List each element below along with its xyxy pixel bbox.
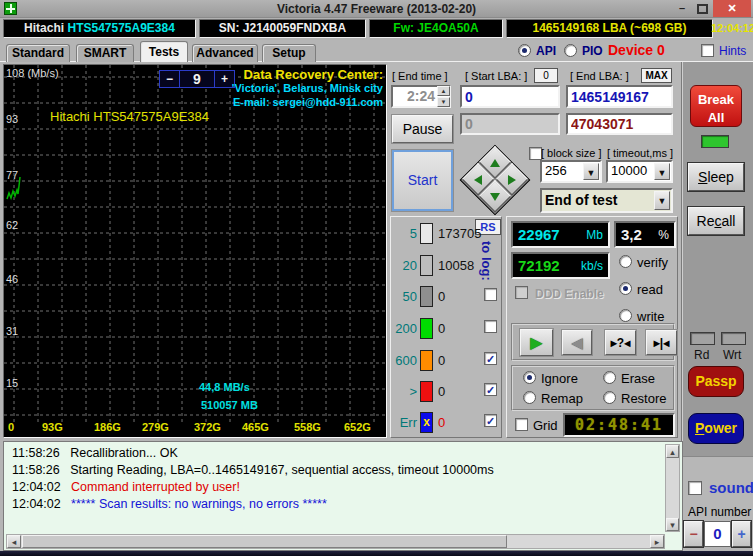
log-horizontal-scrollbar[interactable]: ◂ ▸ (6, 534, 665, 549)
bin-label-gt: > (393, 384, 417, 399)
scroll-down-icon[interactable]: ▾ (666, 518, 679, 531)
erase-radio[interactable] (603, 371, 616, 384)
bin-log-checkbox-600[interactable]: ✓ (484, 352, 497, 365)
back-button[interactable]: ◀ (562, 330, 592, 355)
end-action-dropdown-icon[interactable]: ▼ (654, 191, 670, 210)
y-tick-93: 93 (6, 113, 18, 125)
data-read-unit: Mb (586, 228, 603, 242)
grid-checkbox[interactable] (515, 418, 528, 431)
start-lba-zero-button[interactable]: 0 (534, 68, 558, 83)
scroll-up-icon[interactable]: ▴ (666, 445, 679, 458)
write-radio[interactable] (619, 309, 632, 322)
minimize-button[interactable]: – (674, 1, 690, 16)
bin-log-checkbox-50[interactable] (484, 288, 497, 301)
verify-label: verify (637, 255, 668, 270)
log-line: 11:58:26 Recallibration... OK (12, 446, 178, 460)
title-bar: Victoria 4.47 Freeware (2013-02-20) – ✕ (0, 0, 753, 18)
scale-minus-button[interactable]: − (159, 70, 180, 88)
ignore-radio[interactable] (523, 371, 536, 384)
api-label: API (536, 44, 556, 58)
tab-smart[interactable]: SMART (76, 44, 134, 62)
tab-standard[interactable]: Standard (6, 44, 70, 62)
power-label-post: ower (704, 420, 737, 436)
pause-button[interactable]: Pause (392, 115, 453, 143)
sidebar-bottom-panel: sound API number − 0 + (681, 456, 753, 551)
tab-setup[interactable]: Setup (262, 44, 316, 62)
bin-count-gt: 0 (438, 384, 445, 399)
bin-count-200: 0 (438, 321, 445, 336)
api-number-plus-button[interactable]: + (732, 521, 751, 547)
log-vertical-scrollbar[interactable]: ▴ ▾ (665, 444, 680, 532)
restore-radio[interactable] (603, 391, 616, 404)
remaining-lba-input[interactable] (566, 113, 673, 135)
timeout-select[interactable]: 10000 ▼ (606, 160, 673, 183)
tab-tests[interactable]: Tests (140, 41, 188, 62)
bin-log-checkbox-err[interactable]: ✓ (484, 414, 497, 427)
timeout-dropdown-icon[interactable]: ▼ (654, 163, 670, 180)
banner-line2: 'Victoria', Belarus, Minsk city (232, 82, 383, 94)
ddd-enable-checkbox (515, 286, 528, 299)
end-time-up-button[interactable]: ▲ (437, 86, 450, 96)
start-lba-input[interactable] (460, 85, 560, 108)
sleep-label-post: leep (707, 169, 733, 185)
scroll-right-icon[interactable]: ▸ (650, 535, 664, 548)
bin-count-600: 0 (438, 353, 445, 368)
banner-line3: E-mail: sergei@hdd-911.com (233, 96, 383, 108)
start-button[interactable]: Start (392, 150, 453, 211)
api-radio[interactable] (518, 44, 531, 57)
scan-graph: 108 (Mb/s) 93 77 62 46 31 15 0 93G 186G … (3, 64, 387, 438)
up-arrow-icon (490, 158, 500, 166)
bin-swatch-20 (420, 255, 433, 276)
scroll-left-icon[interactable]: ◂ (7, 535, 21, 548)
log-time: 12:04:02 (12, 480, 61, 494)
close-button[interactable]: ✕ (713, 0, 751, 17)
bin-label-20: 20 (393, 258, 417, 273)
play-button[interactable]: ▶ (520, 329, 553, 356)
window-title: Victoria 4.47 Freeware (2013-02-20) (0, 2, 753, 16)
power-button[interactable]: Power (688, 413, 744, 444)
end-lba-input[interactable] (566, 85, 673, 108)
bin-log-checkbox-200[interactable] (484, 320, 497, 333)
block-size-dropdown-icon[interactable]: ▼ (583, 163, 599, 180)
passp-button[interactable]: Passp (688, 366, 744, 397)
end-action-select[interactable]: End of test ▼ (540, 188, 673, 213)
horizontal-scroll-thumb[interactable] (22, 535, 507, 548)
seek-end-icon: ▸|◂ (654, 336, 669, 350)
end-lba-max-button[interactable]: MAX (641, 68, 672, 83)
left-arrow-icon (474, 174, 482, 184)
log-area[interactable]: 11:58:26 Recallibration... OK 11:58:26 S… (3, 441, 683, 551)
percent-value: 3,2 (621, 226, 642, 243)
bin-label-200: 200 (393, 321, 417, 336)
latency-bins-panel: RS to log: 5 173705 20 10058 50 0 200 0 … (390, 216, 502, 438)
maximize-button[interactable] (697, 4, 708, 14)
x-tick-186g: 186G (94, 421, 121, 433)
sleep-button[interactable]: Sleep (688, 163, 744, 191)
check-icon: ✓ (486, 415, 495, 427)
block-size-select[interactable]: 256 ▼ (540, 160, 602, 183)
percent-lcd: 3,2 % (614, 221, 676, 248)
api-number-minus-button[interactable]: − (684, 521, 703, 547)
ddd-enable-label: DDD Enable (535, 287, 604, 301)
remap-radio[interactable] (523, 391, 536, 404)
pio-radio[interactable] (564, 44, 577, 57)
scale-value: 9 (180, 70, 214, 88)
data-read-lcd: 22967 Mb (511, 221, 610, 248)
recall-button[interactable]: Recall (688, 207, 744, 235)
back-icon: ◀ (571, 334, 583, 351)
seek-question-button[interactable]: ▸?◂ (605, 330, 636, 355)
victoria-app-window: Victoria 4.47 Freeware (2013-02-20) – ✕ … (0, 0, 753, 556)
end-time-down-button[interactable]: ▼ (437, 97, 450, 107)
read-radio[interactable] (619, 282, 632, 295)
bin-swatch-err: x (420, 412, 433, 433)
grid-label: Grid (533, 418, 558, 433)
power-label-key: P (695, 420, 704, 436)
hints-checkbox[interactable] (701, 44, 714, 57)
sound-checkbox[interactable] (688, 481, 702, 495)
write-label: write (637, 309, 664, 324)
bin-log-checkbox-gt[interactable]: ✓ (484, 383, 497, 396)
break-all-button[interactable]: Break All (690, 85, 742, 127)
verify-radio[interactable] (619, 255, 632, 268)
percent-unit: % (658, 228, 669, 242)
seek-end-button[interactable]: ▸|◂ (646, 330, 677, 355)
tab-advanced[interactable]: Advanced (192, 44, 258, 62)
